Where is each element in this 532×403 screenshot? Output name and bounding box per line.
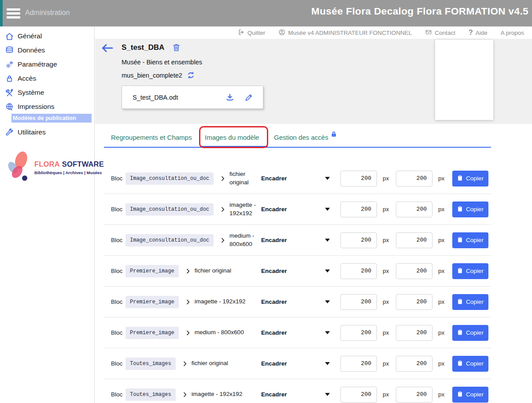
- table-row: Bloc Toutes_images fichier original Enca…: [104, 348, 491, 379]
- height-input[interactable]: [396, 387, 432, 403]
- copy-button[interactable]: Copier: [452, 294, 488, 310]
- fit-mode-select[interactable]: Encadrer: [261, 360, 325, 367]
- delete-model-button[interactable]: [172, 42, 181, 54]
- width-input[interactable]: [340, 356, 377, 372]
- app-title: Musée Flora Decalog Flora FORMATION v4.5: [311, 6, 528, 17]
- bloc-name-chip: Toutes_images: [126, 388, 176, 401]
- caret-down-icon[interactable]: [325, 207, 340, 211]
- app-root: Administration Musée Flora Decalog Flora…: [0, 0, 532, 403]
- quit-label: Quitter: [248, 30, 266, 36]
- user-menu[interactable]: Musée v4 ADMINISTRATEUR FONCTIONNEL: [278, 29, 412, 37]
- sidebar-item-systeme[interactable]: Système: [0, 86, 94, 100]
- sidebar-item-utilitaires[interactable]: Utilitaires: [0, 125, 94, 139]
- contact-link[interactable]: Contact: [425, 29, 455, 37]
- model-template-code: mus_bien_complete2: [122, 72, 182, 79]
- sidebar-item-acces[interactable]: Accès: [0, 71, 94, 86]
- copy-button-label: Copier: [466, 268, 484, 274]
- fit-mode-select[interactable]: Encadrer: [261, 329, 325, 336]
- sidebar-item-modeles-de-publication[interactable]: Modèles de publication: [11, 114, 92, 123]
- copy-button-label: Copier: [466, 299, 484, 305]
- bloc-source-cell: Premiere_image fichier original: [126, 265, 261, 277]
- fit-mode-select[interactable]: Encadrer: [261, 391, 325, 398]
- back-button[interactable]: [100, 42, 114, 55]
- open-dropdown-panel: [435, 40, 493, 120]
- tab-images-du-modele[interactable]: Images du modèle: [205, 134, 259, 141]
- app-header: Administration Musée Flora Decalog Flora…: [0, 0, 532, 26]
- tab-gestion-des-acces[interactable]: Gestion des accès: [274, 134, 337, 141]
- width-input[interactable]: [340, 325, 377, 341]
- sidebar-item-label: Accès: [18, 75, 36, 82]
- copy-button[interactable]: Copier: [452, 202, 488, 217]
- tabs-underline: [104, 147, 491, 148]
- width-input[interactable]: [340, 202, 377, 217]
- px-unit-label: px: [432, 237, 452, 243]
- help-link[interactable]: ? Aide: [469, 29, 488, 37]
- template-file-name: S_test_DBA.odt: [133, 94, 225, 101]
- height-input[interactable]: [396, 356, 432, 372]
- fit-mode-select[interactable]: Encadrer: [261, 206, 325, 213]
- tab-regroupements-et-champs[interactable]: Regroupements et Champs: [111, 134, 192, 141]
- caret-down-icon[interactable]: [325, 176, 340, 180]
- chevron-right-icon: [182, 360, 188, 367]
- tab-gestion-label: Gestion des accès: [274, 134, 328, 141]
- px-unit-label: px: [377, 360, 396, 367]
- menu-toggle-button[interactable]: [6, 6, 21, 21]
- image-size-label: imagette - 192x192: [192, 390, 243, 398]
- fit-mode-select[interactable]: Encadrer: [261, 175, 325, 182]
- height-input[interactable]: [396, 325, 432, 341]
- header-section-label: Administration: [25, 9, 70, 17]
- about-link[interactable]: A propos: [501, 30, 524, 36]
- px-unit-label: px: [432, 329, 452, 336]
- sidebar-item-impressions[interactable]: Impressions: [0, 100, 94, 114]
- refresh-button[interactable]: [187, 71, 195, 79]
- quit-link[interactable]: Quitter: [238, 29, 266, 37]
- caret-down-icon[interactable]: [325, 392, 340, 396]
- width-input[interactable]: [340, 263, 377, 279]
- question-icon: ?: [469, 29, 473, 37]
- fit-mode-select[interactable]: Encadrer: [261, 268, 325, 274]
- edit-file-button[interactable]: [244, 93, 253, 102]
- copy-button[interactable]: Copier: [452, 232, 488, 248]
- download-file-button[interactable]: [225, 93, 235, 102]
- sidebar-item-donnees[interactable]: Données: [0, 43, 94, 57]
- fit-mode-select[interactable]: Encadrer: [261, 299, 325, 305]
- fit-mode-select[interactable]: Encadrer: [261, 237, 325, 243]
- image-size-label: fichier original: [229, 170, 257, 186]
- image-size-label: imagette - 192x192: [229, 201, 257, 217]
- copy-button[interactable]: Copier: [452, 356, 488, 372]
- table-row: Bloc Premiere_image fichier original Enc…: [104, 256, 491, 287]
- width-input[interactable]: [340, 387, 377, 403]
- height-input[interactable]: [396, 232, 432, 248]
- table-row: Bloc Toutes_images imagette - 192x192 En…: [104, 379, 491, 403]
- caret-down-icon[interactable]: [325, 331, 340, 335]
- copy-button[interactable]: Copier: [452, 171, 488, 187]
- width-input[interactable]: [340, 232, 377, 248]
- width-input[interactable]: [340, 171, 377, 187]
- table-row: Bloc Premiere_image medium - 800x600 Enc…: [104, 317, 491, 348]
- table-row: Bloc Image_consultation_ou_doc medium - …: [104, 225, 491, 256]
- copy-button[interactable]: Copier: [452, 263, 488, 279]
- globe-icon: [4, 102, 14, 112]
- copy-button[interactable]: Copier: [452, 325, 488, 341]
- height-input[interactable]: [396, 294, 432, 310]
- height-input[interactable]: [396, 202, 432, 217]
- sidebar-item-general[interactable]: Général: [0, 29, 94, 43]
- sidebar-item-label: Données: [18, 46, 45, 54]
- logout-icon: [238, 29, 245, 37]
- width-input[interactable]: [340, 294, 377, 310]
- home-icon: [4, 31, 14, 41]
- copy-button[interactable]: Copier: [452, 387, 488, 403]
- caret-down-icon[interactable]: [325, 362, 340, 366]
- sidebar-item-label: Système: [18, 89, 44, 97]
- caret-down-icon[interactable]: [325, 300, 340, 304]
- sidebar-item-parametrage[interactable]: Paramétrage: [0, 57, 94, 71]
- height-input[interactable]: [396, 171, 432, 187]
- chevron-right-icon: [182, 391, 188, 398]
- height-input[interactable]: [396, 263, 432, 279]
- px-unit-label: px: [377, 268, 396, 274]
- px-unit-label: px: [377, 237, 396, 243]
- image-size-label: fichier original: [192, 359, 228, 367]
- caret-down-icon[interactable]: [325, 269, 340, 273]
- caret-down-icon[interactable]: [325, 238, 340, 242]
- lock-icon: [330, 131, 337, 139]
